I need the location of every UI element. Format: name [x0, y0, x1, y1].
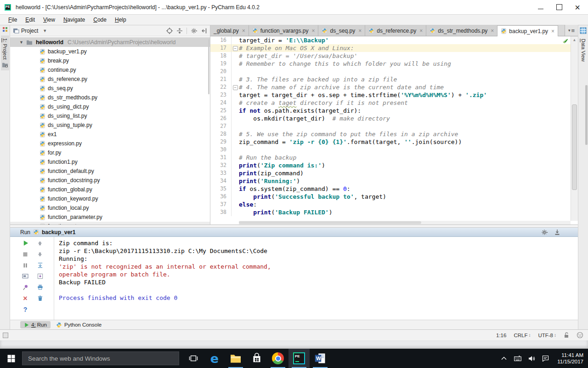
- close-button[interactable]: [574, 4, 581, 11]
- chevron-down-icon[interactable]: ▼: [19, 40, 24, 45]
- clear-all-trash-icon[interactable]: [37, 295, 44, 302]
- tab-list-dropdown-icon[interactable]: [565, 25, 578, 36]
- toolwindow-quick-access-icon[interactable]: [3, 333, 8, 338]
- code-line[interactable]: 38 print('Backup FAILED'): [210, 208, 571, 216]
- project-file-row[interactable]: ds_seq.py: [10, 84, 210, 93]
- code-line[interactable]: 19# Remember to change this to which fol…: [210, 60, 571, 68]
- editor-tab[interactable]: ds_seq.py: [318, 25, 365, 36]
- fold-marker-icon[interactable]: [232, 44, 239, 52]
- taskbar-clock[interactable]: 11:41 AM 11/15/2017: [555, 352, 583, 365]
- project-file-row[interactable]: function_docstring.py: [10, 176, 210, 185]
- pause-button[interactable]: [22, 262, 29, 269]
- pycharm-taskbar-icon[interactable]: PE: [288, 349, 310, 368]
- project-file-row[interactable]: expression.py: [10, 139, 210, 148]
- inspection-profile-icon[interactable]: [577, 332, 583, 339]
- stripe-scrollbar-thumb[interactable]: [585, 85, 588, 145]
- project-file-row[interactable]: function_keyword.py: [10, 194, 210, 203]
- code-editor[interactable]: 16target_dir = 'E:\\Backup'17# Example o…: [210, 36, 578, 224]
- tab-close-icon[interactable]: [551, 28, 554, 34]
- run-settings-gear-icon[interactable]: [541, 229, 548, 236]
- editor-tab[interactable]: function_varargs.py: [249, 25, 319, 36]
- project-toolwindow-tab[interactable]: 1: Project: [1, 35, 9, 70]
- code-line[interactable]: 22# 4. The name of zip archive is the cu…: [210, 83, 571, 91]
- project-file-row[interactable]: break.py: [10, 56, 210, 65]
- project-file-row[interactable]: ds_reference.py: [10, 75, 210, 84]
- close-panel-icon[interactable]: [22, 295, 29, 302]
- editor-tab[interactable]: backup_ver1.py: [498, 25, 558, 36]
- project-file-row[interactable]: function_local.py: [10, 203, 210, 213]
- help-icon[interactable]: [22, 306, 29, 313]
- project-file-row[interactable]: ex1: [10, 130, 210, 139]
- menu-item[interactable]: View: [40, 16, 59, 24]
- python-console-tab[interactable]: Python Console: [52, 321, 105, 329]
- lock-icon[interactable]: [564, 332, 569, 338]
- code-line[interactable]: 27: [210, 122, 571, 130]
- chrome-taskbar-icon[interactable]: [267, 349, 288, 368]
- menu-item[interactable]: Navigate: [60, 16, 89, 24]
- scroll-to-end-icon[interactable]: [37, 262, 44, 269]
- code-line[interactable]: 23target = target_dir + os.sep + time.st…: [210, 91, 571, 99]
- code-line[interactable]: 26 os.mkdir(target_dir) # make directory: [210, 115, 571, 122]
- project-file-row[interactable]: ds_using_tuple.py: [10, 121, 210, 130]
- minimize-button[interactable]: [537, 4, 544, 11]
- start-button[interactable]: [0, 349, 22, 368]
- fold-marker-icon[interactable]: [232, 83, 239, 91]
- code-line[interactable]: 31# Run the backup: [210, 154, 571, 161]
- project-panel-title[interactable]: Project: [21, 28, 38, 34]
- project-file-row[interactable]: function_return.py: [10, 222, 210, 224]
- project-file-row[interactable]: function_global.py: [10, 185, 210, 194]
- file-explorer-taskbar-icon[interactable]: [225, 349, 246, 368]
- tab-close-icon[interactable]: [419, 28, 423, 34]
- hide-panel-icon[interactable]: [202, 28, 207, 34]
- code-line[interactable]: 28# 5. We use the zip command to put the…: [210, 130, 571, 138]
- project-file-row[interactable]: function1.py: [10, 157, 210, 167]
- console-output[interactable]: Zip command is:zip -r E:\Backup\20171115…: [54, 237, 578, 320]
- project-view-dropdown-icon[interactable]: ▼: [43, 29, 47, 33]
- dock-pin-icon[interactable]: [554, 229, 560, 236]
- editor-tab[interactable]: ds_reference.py: [365, 25, 426, 36]
- code-line[interactable]: 29zip_command = 'zip -r {0} {1}'.format(…: [210, 138, 571, 146]
- inspection-ok-icon[interactable]: [562, 37, 569, 46]
- project-file-row[interactable]: function_default.py: [10, 167, 210, 176]
- run-toolwindow-tab[interactable]: 4: Run: [20, 321, 51, 328]
- rerun-button[interactable]: [22, 240, 29, 247]
- caret-position[interactable]: 1:16: [496, 333, 506, 338]
- project-file-row[interactable]: continue.py: [10, 65, 210, 75]
- menu-item[interactable]: Edit: [22, 16, 39, 24]
- code-line[interactable]: 16target_dir = 'E:\\Backup': [210, 36, 571, 44]
- data-view-table-icon[interactable]: [580, 27, 587, 34]
- taskbar-search-box[interactable]: Search the web and Windows: [22, 351, 179, 365]
- toolwindow-dots-icon[interactable]: [3, 27, 7, 32]
- code-line[interactable]: 18# target_dir = '/User/swa/backup': [210, 52, 571, 60]
- code-line[interactable]: 25if not os.path.exists(target_dir):: [210, 107, 571, 115]
- restore-layout-icon[interactable]: [22, 273, 29, 280]
- code-line[interactable]: 20: [210, 68, 571, 75]
- tab-close-icon[interactable]: [242, 28, 245, 34]
- stop-button[interactable]: [22, 251, 29, 258]
- locate-file-icon[interactable]: [166, 28, 173, 34]
- up-stacktrace-icon[interactable]: [37, 240, 44, 247]
- project-file-row[interactable]: backup_ver1.py: [10, 47, 210, 56]
- soft-wrap-icon[interactable]: [37, 273, 44, 280]
- menu-item[interactable]: Code: [90, 16, 110, 24]
- collapse-all-icon[interactable]: [176, 28, 183, 34]
- settings-gear-icon[interactable]: [191, 28, 198, 34]
- data-view-tab[interactable]: Data View: [581, 39, 586, 62]
- code-line[interactable]: 33print(zip_command): [210, 169, 571, 177]
- code-line[interactable]: 34print('Running:'): [210, 177, 571, 185]
- menu-item[interactable]: Help: [111, 16, 130, 24]
- project-root-row[interactable]: ▼ helloworld C:\Users\Admin\PycharmProje…: [10, 37, 210, 47]
- maximize-button[interactable]: [556, 4, 562, 11]
- code-line[interactable]: 32print('Zip command is:'): [210, 161, 571, 169]
- tray-chevron-up-icon[interactable]: [500, 355, 508, 362]
- code-line[interactable]: 35if os.system(zip_command) == 0:: [210, 185, 571, 193]
- editor-tab[interactable]: ds_str_medthods.py: [426, 25, 498, 36]
- edge-taskbar-icon[interactable]: e: [204, 349, 225, 368]
- editor-horizontal-scrollbar[interactable]: [239, 221, 571, 224]
- project-file-row[interactable]: function_parameter.py: [10, 213, 210, 222]
- word-taskbar-icon[interactable]: W: [310, 349, 331, 368]
- action-center-icon[interactable]: [542, 355, 549, 362]
- code-line[interactable]: 24# create a taget directory if it is no…: [210, 99, 571, 107]
- tab-close-icon[interactable]: [358, 28, 362, 34]
- volume-speaker-icon[interactable]: [528, 355, 535, 362]
